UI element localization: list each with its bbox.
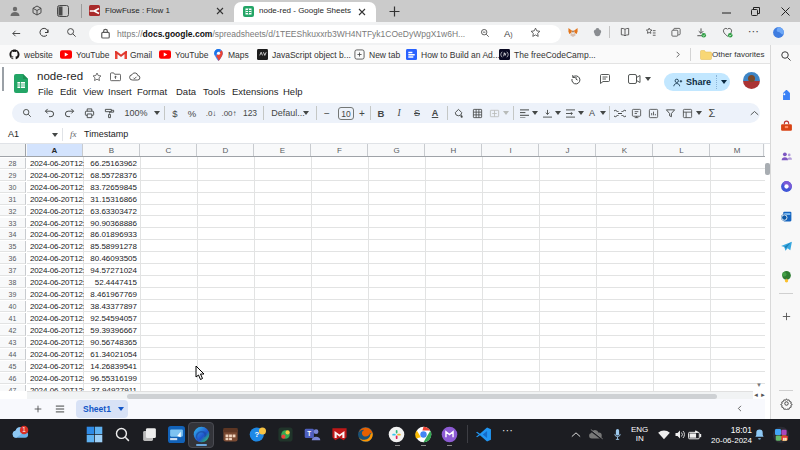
svg-text:▮▮: ▮▮ — [783, 437, 787, 441]
svg-text:T: T — [307, 430, 311, 437]
svg-text:1: 1 — [22, 426, 26, 433]
svg-text:?: ? — [254, 430, 259, 439]
